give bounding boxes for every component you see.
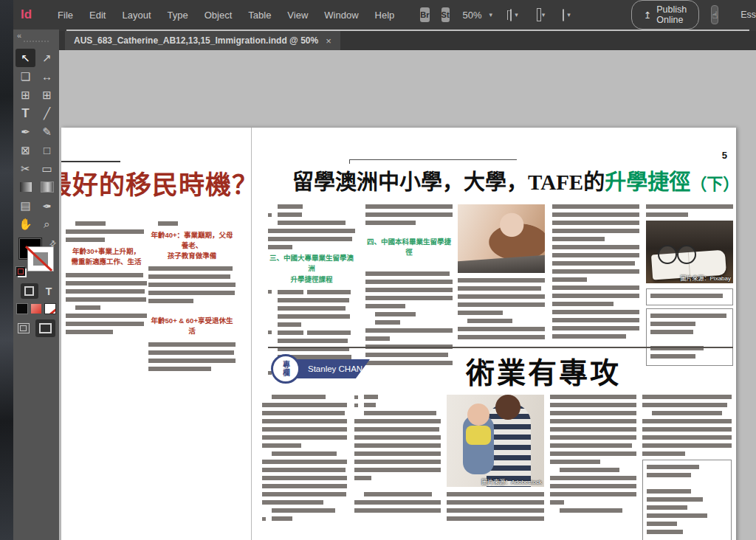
subhead-section-4[interactable]: 四、中國本科畢業生留學捷徑 <box>365 237 453 258</box>
default-fill-stroke-icon[interactable] <box>16 267 25 276</box>
line-tool[interactable]: ╱ <box>37 104 57 122</box>
author-banner[interactable]: Stanley CHAN <box>292 359 370 378</box>
menu-window[interactable]: Window <box>316 10 366 21</box>
note-tool[interactable]: ▤ <box>16 196 35 215</box>
page-5[interactable]: 5 留學澳洲中小學，大學，TAFE的升學捷徑（下） 三、中國大專畢業生留學澳洲 … <box>251 128 737 540</box>
column-badge[interactable]: 專欄 <box>271 354 300 384</box>
eyedropper-tool[interactable]: ✒ <box>37 196 57 215</box>
menu-table[interactable]: Table <box>240 10 279 21</box>
formatting-affects-text-button[interactable]: T <box>46 283 52 299</box>
formatting-affects-container-button[interactable] <box>21 283 38 299</box>
menu-view[interactable]: View <box>279 10 316 21</box>
direct-selection-tool[interactable]: ↗ <box>37 49 57 67</box>
subhead-section-3[interactable]: 三、中國大專畢業生留學澳洲 升學捷徑課程 <box>268 253 355 285</box>
photo-mother-baby[interactable]: 圖片來源：Adobestock <box>447 395 544 487</box>
gradient-feather-tool[interactable] <box>37 178 57 196</box>
top-article-headline[interactable]: 留學澳洲中小學，大學，TAFE的升學捷徑（下） <box>292 165 732 195</box>
greeked-text <box>148 266 236 311</box>
photo-student-laptop[interactable]: 圖片來源：Pixabay <box>458 204 545 273</box>
free-transform-tool[interactable]: ▭ <box>37 159 57 178</box>
page-4[interactable]: 最好的移民時機？ 年齡30+事業上升期， 需重新適應工作、生活 年齡40+：事業… <box>61 128 251 540</box>
screen-mode-chevron-icon[interactable]: ▾ <box>542 11 546 18</box>
tools-panel-header: « <box>13 30 59 49</box>
article-column-3: 圖片來源：Pixabay <box>458 204 545 343</box>
sidebar-box-top[interactable] <box>646 288 733 305</box>
bottom-sidebar-box[interactable] <box>642 460 732 540</box>
menu-file[interactable]: File <box>49 10 81 21</box>
zoom-tool[interactable]: ⌕ <box>37 215 57 233</box>
greeked-text <box>642 395 732 456</box>
bridge-button[interactable]: Br <box>420 7 429 22</box>
pages-overlay-icon[interactable] <box>18 323 30 333</box>
content-placer-tool[interactable]: ⊞ <box>37 86 57 104</box>
document-canvas[interactable]: 最好的移民時機？ 年齡30+事業上升期， 需重新適應工作、生活 年齡40+：事業… <box>59 50 756 540</box>
view-options-chevron-icon[interactable]: ▾ <box>515 11 518 18</box>
article-column-1: 三、中國大專畢業生留學澳洲 升學捷徑課程 <box>268 204 355 379</box>
rectangle-frame-tool[interactable]: ⊠ <box>16 141 35 159</box>
subhead-age30[interactable]: 年齡30+事業上升期， 需重新適應工作、生活 <box>66 246 147 267</box>
left-column-2: 年齡40+：事業巔期，父母養老、 孩子教育做準備 年齡50+ & 60+享受退休… <box>148 221 236 375</box>
scissors-tool[interactable]: ✂ <box>16 159 35 178</box>
bottom-column-2 <box>354 395 441 516</box>
apply-none-button[interactable] <box>45 304 55 314</box>
article-column-5: 圖片來源：Pixabay <box>646 204 733 369</box>
author-name: Stanley CHAN <box>308 364 362 373</box>
apply-color-button[interactable] <box>17 304 27 314</box>
zoom-level-value[interactable]: 50% <box>463 10 482 21</box>
document-tab[interactable]: AUS_683_Catherine_AB12,13,15_Immigration… <box>65 31 340 50</box>
menu-help[interactable]: Help <box>367 10 403 21</box>
right-header-rule <box>349 159 517 160</box>
menu-bar: Id File Edit Layout Type Object Table Vi… <box>13 0 756 30</box>
pen-tool[interactable]: ✒ <box>16 122 35 141</box>
bottom-column-4 <box>550 395 636 516</box>
menu-layout[interactable]: Layout <box>114 10 159 21</box>
view-options-icon[interactable] <box>510 9 512 21</box>
greeked-text <box>447 492 544 521</box>
normal-screen-mode-button[interactable] <box>35 319 55 337</box>
left-page-headline[interactable]: 最好的移民時機？ <box>61 164 251 201</box>
subhead-age50[interactable]: 年齡50+ & 60+享受退休生活 <box>148 316 236 336</box>
greeked-text <box>268 204 355 249</box>
type-tool[interactable]: T <box>16 104 35 122</box>
zoom-level-chevron-icon[interactable]: ▾ <box>489 11 493 18</box>
menu-object[interactable]: Object <box>196 10 241 21</box>
publish-online-button[interactable]: ↥Publish Online <box>631 0 699 30</box>
stroke-swatch-none[interactable] <box>28 247 53 271</box>
greeked-text <box>650 294 729 298</box>
workspace-switcher[interactable]: Ess <box>740 10 756 20</box>
article-column-2: 四、中國本科畢業生留學捷徑 <box>365 204 453 369</box>
tab-close-icon[interactable]: × <box>326 35 331 46</box>
arrange-documents-chevron-icon[interactable]: ▾ <box>567 11 571 18</box>
subhead-age40[interactable]: 年齡40+：事業巔期，父母養老、 孩子教育做準備 <box>148 230 236 260</box>
photo-glasses-book[interactable]: 圖片來源：Pixabay <box>646 221 733 283</box>
fill-stroke-proxy: ⇄ <box>13 238 59 280</box>
page-spread: 最好的移民時機？ 年齡30+事業上升期， 需重新適應工作、生活 年齡40+：事業… <box>61 128 736 540</box>
apply-gradient-button[interactable] <box>31 304 41 314</box>
greeked-text <box>646 204 733 217</box>
touch-workspace-button[interactable]: ☝ <box>711 5 718 24</box>
hand-tool[interactable]: ✋ <box>16 215 35 233</box>
rectangle-tool[interactable]: □ <box>37 141 57 159</box>
article-column-4 <box>552 204 639 342</box>
indesign-logo: Id <box>21 7 32 22</box>
pencil-tool[interactable]: ✎ <box>37 122 57 141</box>
stock-button[interactable]: St <box>441 7 450 22</box>
page-tool[interactable]: ❏ <box>16 67 35 86</box>
collapse-panel-icon[interactable]: « <box>17 31 21 40</box>
bottom-column-3: 圖片來源：Adobestock <box>447 395 544 525</box>
greeked-text <box>66 221 147 242</box>
panel-grip[interactable] <box>24 41 49 42</box>
left-header-rule <box>61 161 120 162</box>
gradient-swatch-tool[interactable] <box>16 178 35 196</box>
arrange-documents-icon[interactable] <box>563 9 564 21</box>
gap-tool[interactable]: ↔ <box>37 67 57 86</box>
indesign-window: Id File Edit Layout Type Object Table Vi… <box>0 0 756 540</box>
menu-type[interactable]: Type <box>159 10 196 21</box>
content-collector-tool[interactable]: ⊞ <box>16 86 35 104</box>
greeked-text <box>354 395 441 513</box>
document-tab-bar: AUS_683_Catherine_AB12,13,15_Immigration… <box>59 31 756 50</box>
bottom-article-headline[interactable]: 術業有專攻 <box>422 350 665 391</box>
menu-edit[interactable]: Edit <box>81 10 114 21</box>
page-number: 5 <box>722 150 727 161</box>
selection-tool[interactable]: ↖ <box>16 49 35 67</box>
